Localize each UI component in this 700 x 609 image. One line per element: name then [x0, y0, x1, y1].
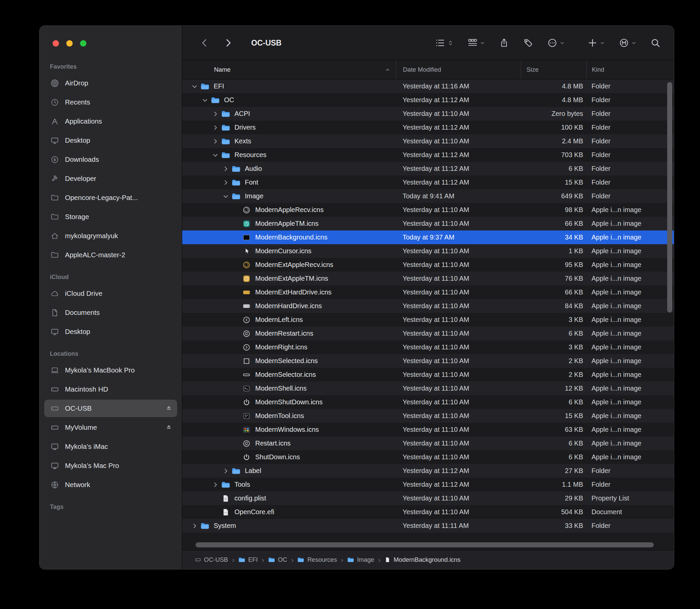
- sidebar-item-myvolume[interactable]: MyVolume: [44, 419, 177, 436]
- horizontal-scrollbar[interactable]: [196, 542, 654, 547]
- disclosure-triangle-icon[interactable]: [199, 97, 210, 104]
- file-row-oc[interactable]: OCYesterday at 11:12 AM4.8 MBFolder: [182, 93, 674, 107]
- file-row-modernselected-icns[interactable]: ModernSelected.icnsYesterday at 11:10 AM…: [182, 354, 674, 368]
- file-row-modernbackground-icns[interactable]: ModernBackground.icnsToday at 9:37 AM34 …: [182, 230, 674, 244]
- disclosure-triangle-icon[interactable]: [189, 523, 200, 529]
- folder-icon: [210, 97, 221, 104]
- disclosure-triangle-icon[interactable]: [210, 481, 221, 488]
- file-row-modernleft-icns[interactable]: ModernLeft.icnsYesterday at 11:10 AM3 KB…: [182, 313, 674, 327]
- sidebar-item-storage[interactable]: Storage: [44, 208, 177, 225]
- path-item-modernbackground-icns[interactable]: ModernBackground.icns: [385, 556, 460, 563]
- eject-icon[interactable]: [165, 405, 173, 412]
- disclosure-triangle-icon[interactable]: [220, 179, 231, 186]
- file-row-modernshell-icns[interactable]: ModernShell.icnsYesterday at 11:10 AM12 …: [182, 382, 674, 395]
- path-item-image[interactable]: Image: [347, 556, 374, 563]
- disclosure-triangle-icon[interactable]: [210, 138, 221, 145]
- sidebar-item-applications[interactable]: Applications: [44, 112, 177, 130]
- close-button[interactable]: [53, 40, 59, 47]
- disclosure-triangle-icon[interactable]: [210, 124, 221, 131]
- share-button[interactable]: [499, 38, 509, 48]
- column-header-size[interactable]: Size: [521, 60, 587, 79]
- zoom-button[interactable]: [80, 40, 86, 47]
- file-row-kexts[interactable]: KextsYesterday at 11:10 AM2.4 MBFolder: [182, 134, 674, 148]
- disclosure-triangle-icon[interactable]: [189, 83, 200, 90]
- back-button[interactable]: [199, 38, 210, 48]
- sidebar-item-mykolagrymalyuk[interactable]: mykolagrymalyuk: [44, 227, 177, 245]
- file-row-modernharddrive-icns[interactable]: ModernHardDrive.icnsYesterday at 11:10 A…: [182, 299, 674, 313]
- tags-button[interactable]: [523, 38, 533, 48]
- file-row-restart-icns[interactable]: Restart.icnsYesterday at 11:10 AM6 KBApp…: [182, 436, 674, 450]
- account-button[interactable]: [619, 38, 636, 48]
- search-button[interactable]: [650, 38, 661, 48]
- file-row-tools[interactable]: ToolsYesterday at 11:12 AM1.1 MBFolder: [182, 478, 674, 491]
- date-modified-cell: Yesterday at 11:10 AM: [396, 247, 521, 255]
- group-button[interactable]: [468, 38, 485, 48]
- sidebar-item-mykola-s-imac[interactable]: Mykola’s iMac: [44, 438, 177, 455]
- path-item-efi[interactable]: EFI: [239, 556, 258, 563]
- file-row-modernapplerecv-icns[interactable]: ModernAppleRecv.icnsYesterday at 11:10 A…: [182, 203, 674, 217]
- sidebar-item-applealc-master-2[interactable]: AppleALC-master-2: [44, 246, 177, 264]
- sidebar-item-recents[interactable]: Recents: [44, 93, 177, 111]
- file-row-resources[interactable]: ResourcesYesterday at 11:12 AM703 KBFold…: [182, 148, 674, 162]
- file-row-moderntool-icns[interactable]: ModernTool.icnsYesterday at 11:10 AM15 K…: [182, 409, 674, 423]
- path-item-resources[interactable]: Resources: [297, 556, 337, 563]
- view-options-button[interactable]: [435, 38, 454, 48]
- sidebar-item-network[interactable]: Network: [44, 476, 177, 493]
- column-header-kind[interactable]: Kind: [587, 60, 674, 79]
- file-row-modernwindows-icns[interactable]: ModernWindows.icnsYesterday at 11:10 AM6…: [182, 423, 674, 436]
- disclosure-triangle-icon[interactable]: [210, 110, 221, 117]
- file-row-modernextapplerecv-icns[interactable]: ModernExtAppleRecv.icnsYesterday at 11:1…: [182, 258, 674, 272]
- file-row-system[interactable]: SystemYesterday at 11:11 AM33 KBFolder: [182, 519, 674, 533]
- eject-icon[interactable]: [165, 424, 173, 431]
- sidebar-item-documents[interactable]: Documents: [44, 304, 177, 321]
- disclosure-triangle-icon[interactable]: [210, 152, 221, 158]
- file-row-modernshutdown-icns[interactable]: ModernShutDown.icnsYesterday at 11:10 AM…: [182, 395, 674, 409]
- column-header-date-modified[interactable]: Date Modified: [396, 60, 521, 79]
- file-row-audio[interactable]: AudioYesterday at 11:12 AM6 KBFolder: [182, 162, 674, 176]
- column-header-name[interactable]: Name: [182, 60, 396, 79]
- sidebar-item-label: Network: [65, 481, 90, 489]
- file-row-modernextharddrive-icns[interactable]: ModernExtHardDrive.icnsYesterday at 11:1…: [182, 285, 674, 299]
- more-actions-button[interactable]: [547, 38, 565, 48]
- file-row-opencore-efi[interactable]: OpenCore.efiYesterday at 11:10 AM504 KBD…: [182, 505, 674, 519]
- file-row-modernappletm-icns[interactable]: ModernAppleTM.icnsYesterday at 11:10 AM6…: [182, 217, 674, 230]
- sidebar-item-icloud-drive[interactable]: iCloud Drive: [44, 285, 177, 302]
- sidebar-item-opencore-legacy-pat[interactable]: Opencore-Legacy-Pat...: [44, 189, 177, 206]
- file-row-font[interactable]: FontYesterday at 11:12 AM15 KBFolder: [182, 176, 674, 189]
- circle-restart-arrow-icon: [242, 330, 251, 338]
- sidebar-item-mykola-s-mac-pro[interactable]: Mykola’s Mac Pro: [44, 457, 177, 474]
- sidebar-item-desktop[interactable]: Desktop: [44, 132, 177, 149]
- file-row-modernright-icns[interactable]: ModernRight.icnsYesterday at 11:10 AM3 K…: [182, 340, 674, 354]
- forward-button[interactable]: [223, 38, 233, 48]
- file-row-moderncursor-icns[interactable]: ModernCursor.icnsYesterday at 11:10 AM1 …: [182, 244, 674, 258]
- file-row-drivers[interactable]: DriversYesterday at 11:12 AM100 KBFolder: [182, 121, 674, 134]
- sidebar-item-airdrop[interactable]: AirDrop: [44, 74, 177, 92]
- new-item-button[interactable]: [588, 38, 605, 48]
- disclosure-triangle-icon[interactable]: [220, 193, 231, 199]
- sidebar-item-mykola-s-macbook-pro[interactable]: Mykola’s MacBook Pro: [44, 362, 177, 379]
- file-row-image[interactable]: ImageToday at 9:41 AM649 KBFolder: [182, 189, 674, 203]
- file-row-label[interactable]: LabelYesterday at 11:12 AM27 KBFolder: [182, 464, 674, 478]
- file-row-efi[interactable]: EFIYesterday at 11:16 AM4.8 MBFolder: [182, 80, 674, 93]
- file-row-modernextappletm-icns[interactable]: ModernExtAppleTM.icnsYesterday at 11:10 …: [182, 272, 674, 285]
- file-row-acpi[interactable]: ACPIYesterday at 11:10 AMZero bytesFolde…: [182, 107, 674, 121]
- chevron-down-icon: [560, 40, 565, 46]
- path-item-oc[interactable]: OC: [268, 556, 287, 563]
- file-row-modernrestart-icns[interactable]: ModernRestart.icnsYesterday at 11:10 AM6…: [182, 327, 674, 340]
- airdrop-icon: [50, 79, 59, 87]
- sidebar-item-desktop[interactable]: Desktop: [44, 323, 177, 340]
- sidebar-item-macintosh-hd[interactable]: Macintosh HD: [44, 381, 177, 398]
- vertical-scrollbar[interactable]: [667, 82, 672, 313]
- disclosure-triangle-icon[interactable]: [220, 166, 231, 172]
- sidebar-item-downloads[interactable]: Downloads: [44, 151, 177, 168]
- file-row-config-plist[interactable]: config.plistYesterday at 11:10 AM29 KBPr…: [182, 491, 674, 505]
- file-row-shutdown-icns[interactable]: ShutDown.icnsYesterday at 11:10 AM6 KBAp…: [182, 450, 674, 464]
- size-cell: 2 KB: [521, 371, 587, 379]
- file-row-modernselector-icns[interactable]: ModernSelector.icnsYesterday at 11:10 AM…: [182, 368, 674, 382]
- path-item-oc-usb[interactable]: OC-USB: [195, 556, 228, 563]
- disclosure-triangle-icon[interactable]: [220, 468, 231, 474]
- sidebar-item-developer[interactable]: Developer: [44, 170, 177, 187]
- kind-cell: Folder: [587, 137, 674, 145]
- sidebar-item-oc-usb[interactable]: OC-USB: [44, 400, 177, 417]
- minimize-button[interactable]: [66, 40, 73, 47]
